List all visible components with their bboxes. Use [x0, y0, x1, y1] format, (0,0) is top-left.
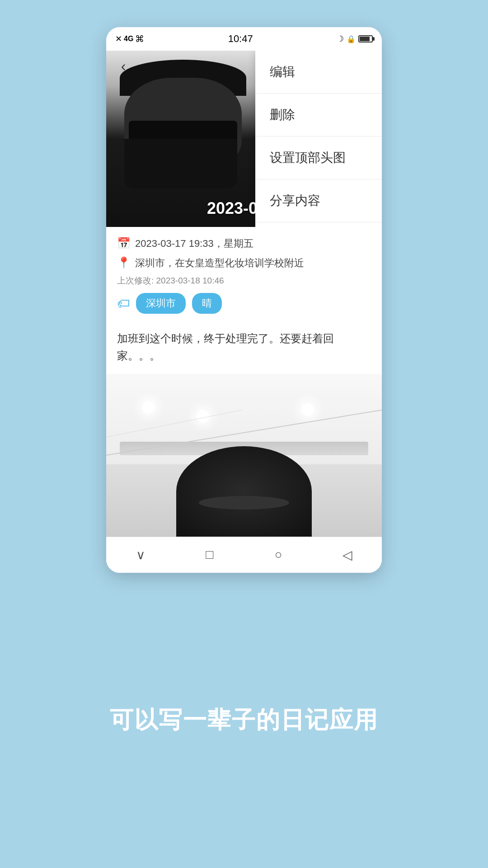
status-time: 10:47	[144, 33, 337, 45]
tag-chip-shenzhen[interactable]: 深圳市	[136, 293, 186, 314]
photo-area: ‹ 2023-03-1 编辑 删除 设置顶部头图 分享内容 截图分享 截图保存 …	[106, 51, 382, 227]
nav-chevron-down[interactable]: ∨	[127, 541, 154, 568]
status-bar: ✕ 4G ⌘ 10:47 ☽ 🔒	[106, 27, 382, 51]
svg-line-1	[106, 410, 242, 437]
signal-icon: ✕	[115, 34, 122, 44]
phone-container: ✕ 4G ⌘ 10:47 ☽ 🔒	[106, 27, 382, 573]
nav-bar: ∨ □ ○ ◁	[106, 537, 382, 573]
moon-icon: ☽	[337, 34, 344, 44]
calendar-icon: 📅	[117, 237, 131, 250]
tag-icon: 🏷	[117, 296, 130, 311]
menu-item-screenshot-share[interactable]: 截图分享	[255, 222, 382, 227]
caption-text: 可以写一辈子的日记应用	[110, 704, 378, 736]
second-photo	[106, 374, 382, 537]
app-content: ‹ 2023-03-1 编辑 删除 设置顶部头图 分享内容 截图分享 截图保存 …	[106, 51, 382, 573]
battery-icon	[358, 35, 373, 42]
datetime-row: 📅 2023-03-17 19:33，星期五	[117, 236, 371, 251]
context-menu: 编辑 删除 设置顶部头图 分享内容 截图分享 截图保存 导出PDF	[255, 51, 382, 227]
location-text: 深圳市，在女皇造型化妆培训学校附近	[135, 255, 371, 270]
journal-info: 📅 2023-03-17 19:33，星期五 📍 深圳市，在女皇造型化妆培训学校…	[106, 227, 382, 330]
menu-item-set-header[interactable]: 设置顶部头图	[255, 137, 382, 179]
nav-circle[interactable]: ○	[265, 541, 292, 568]
status-right: ☽ 🔒	[337, 34, 373, 44]
datetime-text: 2023-03-17 19:33，星期五	[135, 236, 371, 251]
lock-icon: 🔒	[347, 35, 356, 43]
location-row: 📍 深圳市，在女皇造型化妆培训学校附近	[117, 255, 371, 270]
tag-chip-sunny[interactable]: 晴	[192, 293, 222, 314]
last-modified: 上次修改: 2023-03-18 10:46	[117, 275, 371, 287]
nav-triangle[interactable]: ◁	[334, 541, 361, 568]
nav-square[interactable]: □	[196, 541, 223, 568]
menu-item-edit[interactable]: 编辑	[255, 51, 382, 94]
journal-text: 加班到这个时候，终于处理完了。还要赶着回家。。。	[106, 330, 382, 374]
back-chevron-icon: ‹	[121, 58, 126, 75]
wifi-icon: ⌘	[135, 33, 144, 44]
location-icon: 📍	[117, 256, 131, 269]
tags-row: 🏷 深圳市 晴	[117, 293, 371, 314]
status-left: ✕ 4G ⌘	[115, 33, 144, 44]
bottom-caption: 可以写一辈子的日记应用	[83, 573, 405, 868]
network-icon: 4G	[124, 35, 133, 43]
menu-item-delete[interactable]: 删除	[255, 94, 382, 137]
menu-item-share-content[interactable]: 分享内容	[255, 179, 382, 222]
back-button[interactable]: ‹	[113, 56, 133, 76]
